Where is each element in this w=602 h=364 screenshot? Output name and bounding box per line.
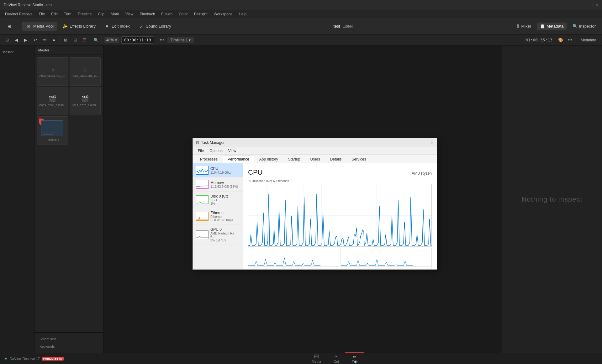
media-grid: ♪ A002_05241705_C... ♪ A054_08251201_C..… bbox=[34, 55, 103, 147]
tm-cpu-item[interactable]: CPU 11% 4,19 GHz bbox=[193, 163, 243, 177]
menu-playback[interactable]: Playback bbox=[137, 11, 157, 17]
disk-resource-detail: SSD bbox=[210, 198, 228, 202]
tm-options-menu[interactable]: Options bbox=[207, 148, 225, 154]
timeline-clip-item[interactable]: Timeline 1 bbox=[37, 116, 68, 145]
list-view-btn[interactable]: ☰ bbox=[81, 36, 88, 44]
tm-cpu-header: CPU 11% 4,19 GHz bbox=[196, 166, 240, 175]
undo-btn[interactable]: ↩ bbox=[31, 36, 39, 44]
media-clip-item[interactable]: ♪ A002_05241705_C... bbox=[37, 57, 68, 86]
color-wheel-btn[interactable]: 🎨 bbox=[557, 36, 564, 44]
edit-index-btn[interactable]: ≡ Edit Index bbox=[101, 22, 133, 31]
search-btn[interactable]: 🔍 bbox=[92, 36, 100, 44]
effects-library-btn[interactable]: ✨ Effects Library bbox=[59, 22, 99, 31]
nav-media-btn[interactable]: 🎞 Media bbox=[305, 353, 327, 364]
nav-back-btn[interactable]: ◀ bbox=[13, 36, 20, 44]
menu-clip[interactable]: Clip bbox=[95, 11, 107, 17]
core-svg-1 bbox=[248, 248, 339, 266]
menu-color[interactable]: Color bbox=[176, 11, 190, 17]
timeline-strip bbox=[43, 134, 53, 135]
maximize-btn[interactable]: □ bbox=[591, 3, 593, 7]
marker-btn[interactable]: ● bbox=[50, 36, 58, 44]
menu-fairlight[interactable]: Fairlight bbox=[192, 11, 210, 17]
mixer-btn[interactable]: 🎚 Mixer bbox=[513, 23, 535, 30]
nav-cut-btn[interactable]: ✂ Cut bbox=[327, 353, 345, 364]
menu-view[interactable]: View bbox=[123, 11, 136, 17]
top-toolbar: ⊞ ⊡ Media Pool ✨ Effects Library ≡ Edit … bbox=[0, 18, 602, 34]
menu-mark[interactable]: Mark bbox=[108, 11, 122, 17]
menu-workspace[interactable]: Workspace bbox=[211, 11, 235, 17]
tm-gpu-item[interactable]: GPU 0 AMD Radeon RX 6... 3% (51 °C) bbox=[193, 225, 243, 245]
keywords-item[interactable]: Keywords bbox=[37, 343, 101, 350]
menu-trim[interactable]: Trim bbox=[61, 11, 74, 17]
cpu-core-graph-4 bbox=[341, 268, 432, 269]
tm-cpu-graph bbox=[248, 184, 432, 247]
zoom-control[interactable]: 40% ▾ bbox=[104, 37, 119, 43]
clip-label: C003_C004_09025... bbox=[38, 104, 67, 107]
window-controls[interactable]: — □ ✕ bbox=[585, 3, 598, 7]
tm-cpu-title: CPU bbox=[248, 168, 262, 177]
tm-close-btn[interactable]: ✕ bbox=[430, 140, 434, 145]
panel-toggle-btn[interactable]: ⊟ bbox=[3, 36, 11, 44]
more-btn[interactable]: ••• bbox=[41, 36, 48, 44]
davinci-version-text: DaVinci Resolve 17 bbox=[10, 357, 40, 361]
gpu-resource-detail: AMD Radeon RX 6... bbox=[210, 232, 240, 239]
tab-startup[interactable]: Startup bbox=[283, 156, 305, 163]
tab-services[interactable]: Services bbox=[347, 156, 371, 163]
sec-divider4 bbox=[156, 36, 156, 44]
tm-view-menu[interactable]: View bbox=[226, 148, 239, 154]
menu-davinci[interactable]: DaVinci Resolve bbox=[3, 11, 35, 17]
minimize-btn[interactable]: — bbox=[585, 3, 588, 7]
tm-disk-header: Disk 0 (C:) SSD 1% bbox=[196, 194, 240, 205]
edit-nav-icon: ✏ bbox=[353, 354, 356, 359]
metadata-btn[interactable]: 📋 Metadata bbox=[537, 23, 567, 30]
core-svg-3 bbox=[248, 268, 339, 269]
timeline-strip2 bbox=[43, 133, 58, 133]
toolbar-divider bbox=[19, 22, 19, 31]
memory-resource-detail: 11,7/63,9 GB (18%) bbox=[210, 185, 238, 188]
nav-edit-btn[interactable]: ✏ Edit bbox=[345, 352, 364, 364]
menu-fusion[interactable]: Fusion bbox=[159, 11, 175, 17]
tm-window-icon: ⊡ bbox=[196, 140, 199, 145]
menu-timeline[interactable]: Timeline bbox=[75, 11, 94, 17]
tab-users[interactable]: Users bbox=[305, 156, 325, 163]
tm-memory-item[interactable]: Memory 11,7/63,9 GB (18%) bbox=[193, 177, 243, 192]
media-pool-btn[interactable]: ⊡ Media Pool bbox=[22, 22, 57, 31]
smart-bins-label: Smart Bins bbox=[40, 337, 56, 341]
extra-btn[interactable]: ••• bbox=[158, 36, 166, 44]
menu-help[interactable]: Help bbox=[236, 11, 249, 17]
media-pool-bottom: Smart Bins Keywords bbox=[34, 332, 103, 353]
grid-view-btn[interactable]: ⊞ bbox=[71, 36, 79, 44]
timeline-name-display[interactable]: Timeline 1 ▾ bbox=[167, 37, 194, 43]
task-manager-window: ⊡ Task Manager ✕ File Options View Proce… bbox=[193, 138, 437, 270]
media-clip-item[interactable]: 🎬 C003_C004_09025... bbox=[37, 87, 68, 115]
menu-edit[interactable]: Edit bbox=[49, 11, 60, 17]
smart-bins-item[interactable]: Smart Bins bbox=[37, 335, 101, 343]
tm-gpu-header: GPU 0 AMD Radeon RX 6... 3% (51 °C) bbox=[196, 227, 240, 242]
tm-disk-item[interactable]: Disk 0 (C:) SSD 1% bbox=[193, 192, 243, 208]
tab-details[interactable]: Details bbox=[325, 156, 346, 163]
more-options-btn[interactable]: ••• bbox=[566, 36, 574, 44]
media-clip-item[interactable]: 🎬 J012_C023_01045... bbox=[70, 87, 101, 115]
close-btn[interactable]: ✕ bbox=[595, 3, 598, 7]
workspace-switcher-btn[interactable]: ⊞ bbox=[3, 22, 16, 31]
timecode-value: 00:00:11:13 bbox=[124, 38, 151, 42]
menu-file[interactable]: File bbox=[36, 11, 47, 17]
trim-mode-btn[interactable]: ⊠ bbox=[62, 36, 69, 44]
media-clip-item[interactable]: ♪ A054_08251201_C... bbox=[70, 57, 101, 86]
tm-file-menu[interactable]: File bbox=[195, 148, 206, 154]
media-pool-label: Media Pool bbox=[33, 24, 54, 29]
sound-library-btn[interactable]: ♪ Sound Library bbox=[135, 22, 174, 31]
tab-performance[interactable]: Performance bbox=[223, 156, 254, 163]
tm-ethernet-item[interactable]: Ethernet Ethernet S: 0 R: 8,0 Kbps bbox=[193, 208, 243, 225]
tab-app-history[interactable]: App history bbox=[255, 156, 283, 163]
metadata-icon: 📋 bbox=[540, 24, 545, 29]
cpu-resource-detail: 11% 4,19 GHz bbox=[210, 171, 231, 174]
davinci-logo: ✦ DaVinci Resolve 17 PUBLIC BETA bbox=[0, 356, 67, 362]
timeline-preview-thumb bbox=[41, 120, 63, 136]
nav-forward-btn[interactable]: ▶ bbox=[22, 36, 29, 44]
inspector-btn[interactable]: 🔍 Inspector bbox=[569, 23, 599, 30]
window-title: DaVinci Resolve Studio - test bbox=[4, 3, 52, 7]
timecode-display[interactable]: 00:00:11:13 bbox=[121, 36, 154, 44]
tab-processes[interactable]: Processes bbox=[195, 156, 222, 163]
ethernet-resource-detail: Ethernet bbox=[210, 215, 233, 219]
